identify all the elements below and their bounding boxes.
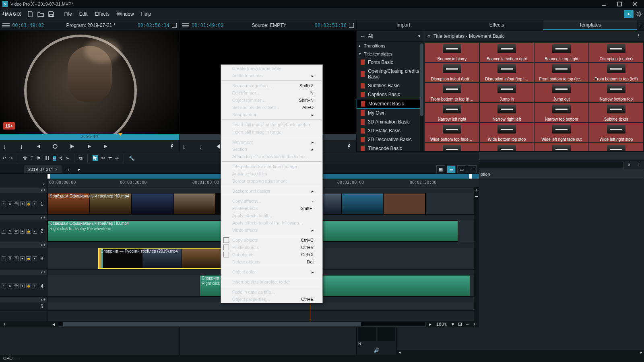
template-cell[interactable]: Wide left right stop [589, 123, 643, 142]
goto-end-icon[interactable] [101, 142, 110, 151]
template-cell[interactable]: Subtitle ticker [589, 103, 643, 122]
stretch-icon[interactable]: ⇔ [115, 156, 119, 161]
track-head-5[interactable]: ▾+ 5 [0, 297, 47, 311]
track-head-2[interactable]: ▾+ *S👁◂🔒▸2 [0, 215, 47, 242]
program-scrub[interactable]: 2:56:14 [0, 134, 179, 140]
grid-back-icon[interactable]: « [427, 33, 430, 39]
view-more-icon[interactable]: ⋯ [468, 165, 477, 173]
fullscreen-icon[interactable] [168, 142, 177, 151]
context-menu-item[interactable]: Insert still image at the playback marke… [221, 121, 322, 128]
close-tab-icon[interactable]: × [55, 167, 58, 172]
add-track-icon[interactable]: + [2, 321, 7, 327]
template-cell[interactable] [480, 143, 534, 151]
zoom-menu-icon[interactable]: ▾ [450, 321, 456, 327]
mixer-icon[interactable] [44, 155, 50, 161]
zoom-level[interactable]: 100% [435, 322, 449, 327]
mark-out-icon[interactable]: ] [196, 142, 205, 151]
tree-item[interactable]: Subtitles Basic [357, 81, 424, 90]
wrench-icon[interactable]: 🔧 [129, 156, 134, 161]
restore-icon[interactable] [172, 23, 177, 28]
mark-out-icon[interactable]: ] [17, 142, 26, 151]
play-range-icon[interactable] [85, 142, 93, 151]
razor-icon[interactable]: ✂ [101, 156, 105, 161]
view-list-icon[interactable]: ☰ [447, 165, 456, 173]
context-menu-item[interactable]: Edit trimmer…N [221, 89, 322, 97]
program-tc-in[interactable]: 00:01:49:02 [12, 23, 44, 28]
fullscreen-icon[interactable] [345, 142, 354, 151]
template-cell[interactable] [589, 143, 643, 151]
template-cell[interactable]: From bottom to top (ce… [535, 63, 588, 82]
timeline-vscroll[interactable]: + − [474, 187, 479, 321]
hscroll-left-icon[interactable]: ◂ [51, 321, 56, 327]
menu-file[interactable]: File [61, 10, 75, 19]
tab-import[interactable]: Import [357, 20, 450, 30]
tree-item[interactable]: Movement Basic [357, 99, 424, 109]
zoom-fit-icon[interactable]: ⊡ [457, 321, 463, 327]
template-cell[interactable]: Wide bottom top stop [480, 123, 534, 142]
template-cell[interactable]: Bounce in blurry [425, 43, 479, 62]
marker-tool-icon[interactable]: ⚑ [37, 156, 41, 161]
template-cell[interactable]: Disruption in/out (top l… [480, 63, 534, 82]
context-menu-item[interactable]: Cut objectsCtrl+X [221, 251, 322, 258]
save-file-icon[interactable] [46, 9, 56, 19]
tree-item[interactable]: Timecode Basic [357, 144, 424, 153]
context-menu-item[interactable]: Movement▸ [221, 138, 322, 146]
template-cell[interactable]: Wide bottom top fade … [425, 123, 479, 142]
tree-item[interactable]: 3D Animation Basic [357, 117, 424, 126]
template-cell[interactable]: Jump out [535, 83, 588, 102]
timeline-tab-active[interactable]: 2019-07-31*× [24, 165, 62, 173]
store-icon[interactable] [624, 10, 634, 18]
context-menu-item[interactable]: Fade in date as title… [221, 288, 322, 296]
track-head-4[interactable]: ▾+ *S👁◂🔒▸4 [0, 269, 47, 297]
tree-item[interactable]: My Own [357, 109, 424, 117]
tree-item[interactable]: Captions Basic [357, 90, 424, 99]
template-cell[interactable] [535, 143, 588, 151]
col-desc[interactable]: Description [465, 170, 644, 178]
tab-templates[interactable]: Templates [543, 20, 637, 30]
maximize-button[interactable] [613, 0, 626, 8]
template-cell[interactable]: Disruption (center) [589, 43, 643, 62]
template-cell[interactable]: Narrow top bottom [535, 103, 588, 122]
tree-scrollbar[interactable] [420, 42, 424, 151]
ripple-mode-icon[interactable]: ↩ [53, 156, 56, 161]
tab-effects[interactable]: Effects [450, 20, 543, 30]
context-menu-item[interactable]: Object color▸ [221, 268, 322, 276]
source-tc-in[interactable]: 00:01:49:02 [192, 23, 223, 28]
hscroll-right-icon[interactable]: ▸ [427, 321, 433, 327]
view-options-icon[interactable]: ⋮ [634, 162, 642, 169]
track-head-1[interactable]: ▾+ *S👁◂🔒▸ 1 [0, 187, 47, 215]
context-menu-item[interactable]: Video effects▸ [221, 226, 322, 234]
back-icon[interactable]: ← [360, 33, 365, 39]
template-cell[interactable]: From bottom to top (left) [589, 63, 643, 82]
context-menu-item[interactable]: Snapmarker▸ [221, 111, 322, 118]
play-icon[interactable] [68, 142, 76, 151]
menu-window[interactable]: Window [114, 10, 137, 19]
restore-icon[interactable] [349, 23, 354, 28]
context-menu-item[interactable]: Background design▸ [221, 187, 322, 195]
loop-icon[interactable] [51, 142, 60, 151]
tree-filter-dropdown[interactable]: All [368, 33, 416, 39]
template-cell[interactable]: Narrow left right [425, 103, 479, 122]
context-menu-item[interactable]: Attach to picture position in the video… [221, 153, 322, 160]
link-icon[interactable]: ⑆ [60, 156, 62, 160]
curve-icon[interactable]: ∿ [66, 156, 69, 161]
source-tc-out[interactable]: 00:02:51:16 [315, 23, 347, 28]
monitor-menu-icon[interactable] [182, 22, 189, 29]
context-menu-item[interactable]: Scene recognition…Shift+Z [221, 82, 322, 89]
redo-icon[interactable]: ↷ [9, 156, 13, 161]
mark-in-icon[interactable]: [ [0, 142, 9, 151]
arrow-tool-icon[interactable] [93, 155, 98, 161]
minimize-button[interactable] [597, 0, 611, 8]
tree-item[interactable]: 3D Static Basic [357, 126, 424, 135]
playhead-marker-icon[interactable] [118, 133, 123, 136]
undo-icon[interactable]: ↶ [2, 156, 6, 161]
context-menu-item[interactable]: Apply effects to all… [221, 212, 322, 219]
goto-start-icon[interactable] [34, 142, 43, 151]
context-menu-item[interactable]: Copy effects…- [221, 197, 322, 205]
context-menu-item[interactable]: Object trimmer…Shift+N [221, 97, 322, 104]
context-menu-item[interactable]: Delete objectsDel [221, 258, 322, 265]
program-tc-out[interactable]: 00:02:56:14 [138, 23, 169, 28]
grid-menu-icon[interactable]: ⋮ [636, 33, 641, 39]
slip-icon[interactable]: ⇄ [108, 156, 112, 161]
context-menu-item[interactable]: Copy objectsCtrl+C [221, 237, 322, 244]
